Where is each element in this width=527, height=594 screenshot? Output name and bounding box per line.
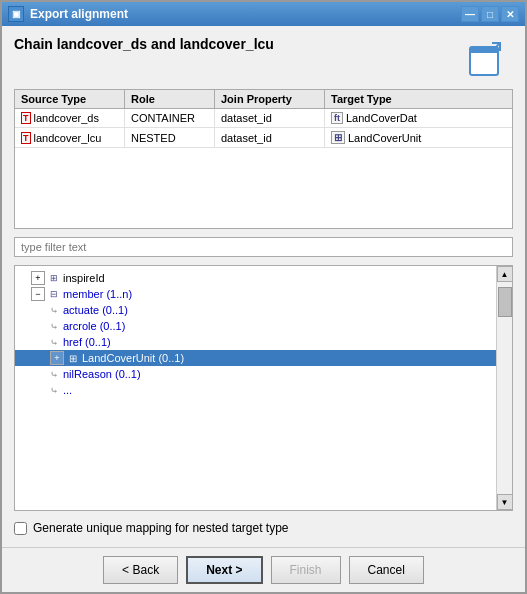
node-icon-href: ⤷ xyxy=(47,335,61,349)
node-icon-nilreason: ⤷ xyxy=(47,367,61,381)
window-title: Export alignment xyxy=(30,7,128,21)
scroll-up-button[interactable]: ▲ xyxy=(497,266,513,282)
close-button[interactable]: ✕ xyxy=(501,6,519,22)
tree-label-arcrole: arcrole (0..1) xyxy=(63,320,125,332)
checkbox-label: Generate unique mapping for nested targe… xyxy=(33,521,289,535)
table-row[interactable]: T landcover_lcu NESTED dataset_id ⊞ Land… xyxy=(15,128,512,148)
dialog-content: Chain landcover_ds and landcover_lcu Sou… xyxy=(2,26,525,547)
export-icon xyxy=(463,36,513,81)
td-target-2: ⊞ LandCoverUnit xyxy=(325,128,512,147)
finish-button[interactable]: Finish xyxy=(271,556,341,584)
node-icon-member: ⊟ xyxy=(47,287,61,301)
minimize-button[interactable]: — xyxy=(461,6,479,22)
target-name-1: LandCoverDat xyxy=(346,112,417,124)
col-target-type: Target Type xyxy=(325,90,512,108)
expander-member[interactable]: − xyxy=(31,287,45,301)
node-icon-inspireid: ⊞ xyxy=(47,271,61,285)
tree-label-actuate: actuate (0..1) xyxy=(63,304,128,316)
tree-item-member[interactable]: − ⊟ member (1..n) xyxy=(15,286,496,302)
tree-item-arcrole[interactable]: ⤷ arcrole (0..1) xyxy=(15,318,496,334)
tree-label-inspireid: inspireId xyxy=(63,272,105,284)
filter-input[interactable] xyxy=(14,237,513,257)
tree-label-landcoverunit: LandCoverUnit (0..1) xyxy=(82,352,184,364)
scroll-track[interactable] xyxy=(497,282,512,494)
tree-container: + ⊞ inspireId − ⊟ member (1..n) ⤷ actuat… xyxy=(14,265,513,511)
export-alignment-dialog: ▣ Export alignment — □ ✕ Chain landcover… xyxy=(0,0,527,594)
td-join-1: dataset_id xyxy=(215,109,325,127)
tree-item-actuate[interactable]: ⤷ actuate (0..1) xyxy=(15,302,496,318)
window-icon: ▣ xyxy=(8,6,24,22)
target-icon-2: ⊞ xyxy=(331,131,345,144)
header-row: Chain landcover_ds and landcover_lcu xyxy=(14,36,513,81)
node-icon-arcrole: ⤷ xyxy=(47,319,61,333)
table-header: Source Type Role Join Property Target Ty… xyxy=(15,90,512,109)
td-source-2: T landcover_lcu xyxy=(15,128,125,147)
source-icon-2: T xyxy=(21,132,31,144)
title-bar-controls: — □ ✕ xyxy=(461,6,519,22)
tree-label-nilreason: nilReason (0..1) xyxy=(63,368,141,380)
title-bar: ▣ Export alignment — □ ✕ xyxy=(2,2,525,26)
td-target-1: ft LandCoverDat xyxy=(325,109,512,127)
col-role: Role xyxy=(125,90,215,108)
tree-item-nilreason[interactable]: ⤷ nilReason (0..1) xyxy=(15,366,496,382)
mapping-table: Source Type Role Join Property Target Ty… xyxy=(14,89,513,229)
dialog-heading: Chain landcover_ds and landcover_lcu xyxy=(14,36,463,52)
source-name-2: landcover_lcu xyxy=(34,132,102,144)
target-name-2: LandCoverUnit xyxy=(348,132,421,144)
expander-landcoverunit[interactable]: + xyxy=(50,351,64,365)
target-icon-1: ft xyxy=(331,112,343,124)
tree-item-landcoverunit[interactable]: + ⊞ LandCoverUnit (0..1) xyxy=(15,350,496,366)
filter-section xyxy=(14,237,513,257)
maximize-button[interactable]: □ xyxy=(481,6,499,22)
td-join-2: dataset_id xyxy=(215,128,325,147)
next-button[interactable]: Next > xyxy=(186,556,262,584)
td-role-1: CONTAINER xyxy=(125,109,215,127)
table-body: T landcover_ds CONTAINER dataset_id ft L… xyxy=(15,109,512,228)
table-row[interactable]: T landcover_ds CONTAINER dataset_id ft L… xyxy=(15,109,512,128)
tree-content: + ⊞ inspireId − ⊟ member (1..n) ⤷ actuat… xyxy=(15,266,496,510)
tree-label-more: ... xyxy=(63,384,72,396)
tree-label-member: member (1..n) xyxy=(63,288,132,300)
tree-item-more[interactable]: ⤷ ... xyxy=(15,382,496,398)
expander-inspireid[interactable]: + xyxy=(31,271,45,285)
node-icon-more: ⤷ xyxy=(47,383,61,397)
col-source-type: Source Type xyxy=(15,90,125,108)
source-name-1: landcover_ds xyxy=(34,112,99,124)
checkbox-row: Generate unique mapping for nested targe… xyxy=(14,519,513,537)
td-role-2: NESTED xyxy=(125,128,215,147)
unique-mapping-checkbox[interactable] xyxy=(14,522,27,535)
scroll-thumb[interactable] xyxy=(498,287,512,317)
node-icon-landcoverunit: ⊞ xyxy=(66,351,80,365)
title-bar-left: ▣ Export alignment xyxy=(8,6,128,22)
back-button[interactable]: < Back xyxy=(103,556,178,584)
source-icon-1: T xyxy=(21,112,31,124)
tree-scrollbar: ▲ ▼ xyxy=(496,266,512,510)
scroll-down-button[interactable]: ▼ xyxy=(497,494,513,510)
node-icon-actuate: ⤷ xyxy=(47,303,61,317)
cancel-button[interactable]: Cancel xyxy=(349,556,424,584)
td-source-1: T landcover_ds xyxy=(15,109,125,127)
col-join-property: Join Property xyxy=(215,90,325,108)
tree-label-href: href (0..1) xyxy=(63,336,111,348)
tree-item-href[interactable]: ⤷ href (0..1) xyxy=(15,334,496,350)
footer: < Back Next > Finish Cancel xyxy=(2,548,525,592)
empty-rows xyxy=(15,148,512,228)
tree-item-inspireid[interactable]: + ⊞ inspireId xyxy=(15,270,496,286)
